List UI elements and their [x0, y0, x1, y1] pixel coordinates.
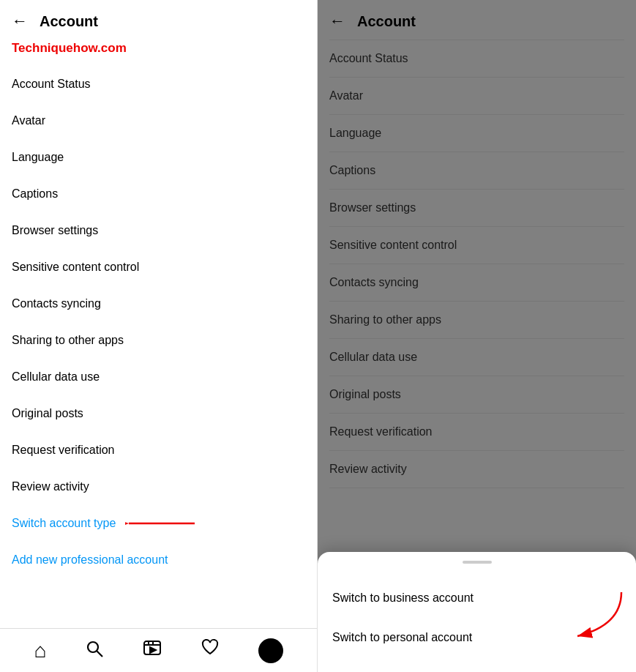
left-menu-item-posts[interactable]: Original posts [12, 395, 305, 432]
svg-marker-8 [150, 647, 156, 653]
svg-line-3 [97, 651, 103, 657]
nav-reel-icon[interactable] [143, 638, 162, 662]
left-menu-item-browser[interactable]: Browser settings [12, 212, 305, 249]
left-menu-item-cellular[interactable]: Cellular data use [12, 359, 305, 395]
nav-home-icon[interactable]: ⌂ [34, 639, 46, 662]
right-page-title: Account [357, 13, 416, 30]
right-menu-item-avatar[interactable]: Avatar [329, 78, 624, 115]
left-menu-item-sensitive[interactable]: Sensitive content control [12, 249, 305, 285]
right-menu-item-contacts[interactable]: Contacts syncing [329, 264, 624, 302]
nav-search-icon[interactable] [85, 639, 104, 662]
nav-profile-icon[interactable] [258, 638, 283, 663]
right-menu-item-sharing[interactable]: Sharing to other apps [329, 302, 624, 339]
left-menu-item-add-professional[interactable]: Add new professional account [12, 542, 305, 578]
left-menu-item-sharing[interactable]: Sharing to other apps [12, 322, 305, 359]
left-menu-item-switch-account[interactable]: Switch account type [12, 505, 116, 542]
left-back-button[interactable]: ← [12, 12, 28, 31]
right-menu-item-posts[interactable]: Original posts [329, 376, 624, 414]
left-menu-item-verification[interactable]: Request verification [12, 432, 305, 468]
right-header: ← Account [318, 0, 636, 40]
left-menu-item-language[interactable]: Language [12, 139, 305, 176]
right-menu-item-verification[interactable]: Request verification [329, 414, 624, 451]
right-menu-item-sensitive[interactable]: Sensitive content control [329, 227, 624, 264]
switch-account-arrow [125, 512, 198, 534]
left-panel: ← Account Techniquehow.com Account Statu… [0, 0, 318, 672]
nav-heart-icon[interactable] [201, 638, 220, 662]
left-menu-item-avatar[interactable]: Avatar [12, 102, 305, 139]
left-page-title: Account [40, 13, 98, 30]
left-header: ← Account [0, 0, 317, 40]
svg-point-2 [88, 642, 98, 652]
right-menu-item-cellular[interactable]: Cellular data use [329, 339, 624, 376]
left-menu-list: Techniquehow.com Account Status Avatar L… [0, 40, 317, 628]
right-menu-item-review[interactable]: Review activity [329, 451, 624, 488]
bottom-sheet: Switch to business account Switch to per… [318, 552, 636, 672]
right-menu-item-captions[interactable]: Captions [329, 152, 624, 190]
right-menu-item-browser[interactable]: Browser settings [329, 190, 624, 227]
right-menu-item-language[interactable]: Language [329, 115, 624, 152]
left-menu-item-account-status[interactable]: Account Status [12, 66, 305, 102]
left-menu-item-captions[interactable]: Captions [12, 176, 305, 212]
watermark: Techniquehow.com [12, 40, 305, 66]
left-menu-item-review[interactable]: Review activity [12, 468, 305, 505]
right-back-button[interactable]: ← [329, 12, 345, 31]
personal-account-arrow [563, 589, 629, 647]
left-menu-item-contacts[interactable]: Contacts syncing [12, 285, 305, 322]
right-panel: ← Account Account Status Avatar Language… [318, 0, 636, 672]
sheet-handle [463, 561, 492, 564]
bottom-nav: ⌂ [0, 628, 317, 672]
right-menu-item-account-status[interactable]: Account Status [329, 40, 624, 78]
